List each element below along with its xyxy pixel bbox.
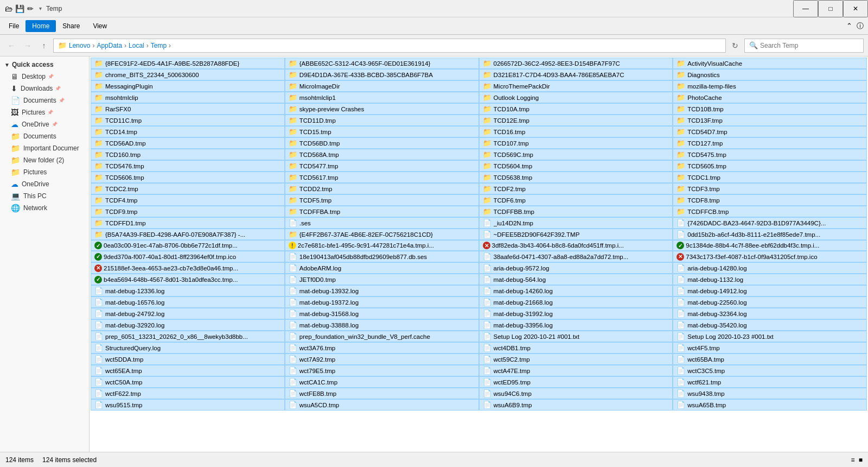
file-item[interactable]: 📄wct4F5.tmp <box>673 342 867 354</box>
file-list-area[interactable]: 📁{8FEC91F2-4ED5-4A1F-A9BE-52B287A88FDE}📁… <box>90 56 868 452</box>
file-item[interactable]: 📄mat-debug-16576.log <box>91 296 285 308</box>
file-item[interactable]: 📁TCDC1.tmp <box>673 172 867 183</box>
file-item[interactable]: 📄Setup Log 2020-10-23 #001.txt <box>673 331 867 342</box>
file-item[interactable]: 📄wct65EA.tmp <box>91 365 285 376</box>
file-item[interactable]: 📁TCD107.tmp <box>479 137 673 149</box>
file-item[interactable]: 📄mat-debug-14260.log <box>479 285 673 296</box>
file-item[interactable]: 📄wctED95.tmp <box>479 376 673 388</box>
file-item[interactable]: 📁TCD13F.tmp <box>673 115 867 126</box>
file-item[interactable]: 📁TCD160.tmp <box>91 149 285 160</box>
file-item[interactable]: 📁TCDF4.tmp <box>91 194 285 206</box>
file-item[interactable]: 📁skype-preview Crashes <box>285 103 479 115</box>
file-item[interactable]: 📄mat-debug-21668.log <box>479 296 673 308</box>
file-item[interactable]: 📁TCD5605.tmp <box>673 160 867 172</box>
file-item[interactable]: 📄wct7A92.tmp <box>285 354 479 365</box>
sidebar-item-documents-pinned[interactable]: 📄 Documents <box>0 94 89 106</box>
file-item[interactable]: 📄mat-debug-32364.log <box>673 308 867 319</box>
file-item[interactable]: ✕3df82eda-3b43-4064-b8c8-6da0fcd451ff.tm… <box>479 240 673 251</box>
file-item[interactable]: 📄wct65BA.tmp <box>673 354 867 365</box>
file-item[interactable]: 📁TCDFFCB.tmp <box>673 206 867 217</box>
path-segment-temp[interactable]: Temp <box>151 42 167 49</box>
sidebar-item-desktop[interactable]: 🖥 Desktop <box>0 71 89 83</box>
file-item[interactable]: 📄wctC3C5.tmp <box>673 365 867 376</box>
ribbon-tab-file[interactable]: File <box>2 20 25 32</box>
file-item[interactable]: 📁TCD5617.tmp <box>285 172 479 183</box>
file-item[interactable]: 📁TCDF2.tmp <box>479 183 673 194</box>
file-item[interactable]: 📄wsu9438.tmp <box>673 388 867 399</box>
file-item[interactable]: 📁TCD5475.tmp <box>673 149 867 160</box>
search-input[interactable] <box>760 42 859 49</box>
ribbon-tab-home[interactable]: Home <box>25 20 56 32</box>
file-item[interactable]: 📁ActivityVisualCache <box>673 58 867 69</box>
file-item[interactable]: 📄wsuA65B.tmp <box>673 399 867 411</box>
file-item[interactable]: 📄mat-debug-564.log <box>479 274 673 285</box>
dropdown-arrow-icon[interactable]: ▾ <box>39 5 42 11</box>
sidebar-item-pictures2[interactable]: 📁 Pictures <box>0 166 89 178</box>
path-segment-lenovo[interactable]: Lenovo <box>69 42 90 49</box>
file-item[interactable]: 📁Diagnostics <box>673 69 867 80</box>
file-item[interactable]: 📁TCD569C.tmp <box>479 149 673 160</box>
file-item[interactable]: 📁D321E817-C7D4-4D93-BAA4-786E85AEBA7C <box>479 69 673 80</box>
file-item[interactable]: 📄wct4DB1.tmp <box>479 342 673 354</box>
file-item[interactable]: 📄mat-debug-33888.log <box>285 319 479 331</box>
file-item[interactable]: 📁TCD14.tmp <box>91 126 285 137</box>
file-item[interactable]: 📄wctC50A.tmp <box>91 376 285 388</box>
file-item[interactable]: 📄prep_foundation_win32_bundle_V8_perf.ca… <box>285 331 479 342</box>
file-item[interactable]: 📁TCD11C.tmp <box>91 115 285 126</box>
file-item[interactable]: 📄StructuredQuery.log <box>91 342 285 354</box>
file-item[interactable]: 📄wctF622.tmp <box>91 388 285 399</box>
file-item[interactable]: 📄mat-debug-24792.log <box>91 308 285 319</box>
file-item[interactable]: 📄mat-debug-12336.log <box>91 285 285 296</box>
file-item[interactable]: 📁TCD5638.tmp <box>479 172 673 183</box>
sidebar-item-documents2[interactable]: 📁 Documents <box>0 130 89 142</box>
file-item[interactable]: ✓b4ea5694-648b-4567-8d01-3b1a0dfea3cc.tm… <box>91 274 285 285</box>
file-item[interactable]: 📁TCDF3.tmp <box>673 183 867 194</box>
file-item[interactable]: 📁{E4FF2B67-37AE-4B6E-82EF-0C756218C1CD} <box>285 229 479 240</box>
file-item[interactable]: 📄~DFEE5B2D90F642F392.TMP <box>479 229 673 240</box>
file-item[interactable]: 📁{8FEC91F2-4ED5-4A1F-A9BE-52B287A88FDE} <box>91 58 285 69</box>
ribbon-expand-icon[interactable]: ⌃ <box>846 22 857 30</box>
file-item[interactable]: 📁TCDC2.tmp <box>91 183 285 194</box>
file-item[interactable]: 📁TCD568A.tmp <box>285 149 479 160</box>
file-item[interactable]: 📄wct5DDA.tmp <box>91 354 285 365</box>
address-path[interactable]: 📁 Lenovo › AppData › Local › Temp › <box>53 39 726 53</box>
file-item[interactable]: 📁MessagingPlugin <box>91 80 285 92</box>
file-item[interactable]: 📁TCDFFBB.tmp <box>479 206 673 217</box>
file-item[interactable]: 📁RarSFX0 <box>91 103 285 115</box>
file-item[interactable]: 📄Setup Log 2020-10-21 #001.txt <box>479 331 673 342</box>
file-item[interactable]: 📁TCD10B.tmp <box>673 103 867 115</box>
close-button[interactable]: ✕ <box>843 0 868 17</box>
file-item[interactable]: 📁TCD5476.tmp <box>91 160 285 172</box>
file-item[interactable]: 📁D9E4D1DA-367E-433B-BCBD-385CBAB6F7BA <box>285 69 479 80</box>
file-item[interactable]: 📁TCD54D7.tmp <box>673 126 867 137</box>
ribbon-tab-share[interactable]: Share <box>56 20 86 32</box>
file-item[interactable]: 📄wctCA1C.tmp <box>285 376 479 388</box>
file-item[interactable]: 📄aria-debug-14280.log <box>673 262 867 274</box>
file-item[interactable]: 📁mozilla-temp-files <box>673 80 867 92</box>
search-box[interactable]: 🔍 <box>744 39 864 53</box>
up-button[interactable]: ↑ <box>37 39 51 53</box>
file-item[interactable]: 📄mat-debug-35420.log <box>673 319 867 331</box>
file-item[interactable]: 📁TCD12E.tmp <box>479 115 673 126</box>
file-item[interactable]: 📄wct3A76.tmp <box>285 342 479 354</box>
file-item[interactable]: 📄mat-debug-1132.log <box>673 274 867 285</box>
file-item[interactable]: 📄wsu94C6.tmp <box>479 388 673 399</box>
help-icon[interactable]: ⓘ <box>857 21 866 31</box>
file-item[interactable]: 📁0266572D-36C2-4952-8EE3-D154BFA7F97C <box>479 58 673 69</box>
file-item[interactable]: ✓0ea03c00-91ec-47ab-8706-0bb6e772c1df.tm… <box>91 240 285 251</box>
file-item[interactable]: 📁TCD56AD.tmp <box>91 137 285 149</box>
back-button[interactable]: ← <box>4 39 18 53</box>
file-item[interactable]: 📄wsu9515.tmp <box>91 399 285 411</box>
sidebar-item-network[interactable]: 🌐 Network <box>0 202 89 214</box>
forward-button[interactable]: → <box>21 39 35 53</box>
sidebar-item-onedrive-pinned[interactable]: ☁ OneDrive <box>0 118 89 130</box>
sidebar-item-newfolder[interactable]: 📁 New folder (2) <box>0 154 89 166</box>
file-item[interactable]: 📄AdobeARM.log <box>285 262 479 274</box>
file-item[interactable]: 📁TCDF6.tmp <box>479 194 673 206</box>
file-item[interactable]: 📁TCD5606.tmp <box>91 172 285 183</box>
file-item[interactable]: 📄mat-debug-31568.log <box>285 308 479 319</box>
file-item[interactable]: 📄38aafe6d-0471-4307-a8a8-ed88a2a7dd72.tm… <box>479 251 673 262</box>
sidebar-item-pictures-pinned[interactable]: 🖼 Pictures <box>0 106 89 118</box>
file-item[interactable]: !2c7e681c-bfe1-495c-9c91-447281c71e4a.tm… <box>285 240 479 251</box>
file-item[interactable]: 📁TCD127.tmp <box>673 137 867 149</box>
